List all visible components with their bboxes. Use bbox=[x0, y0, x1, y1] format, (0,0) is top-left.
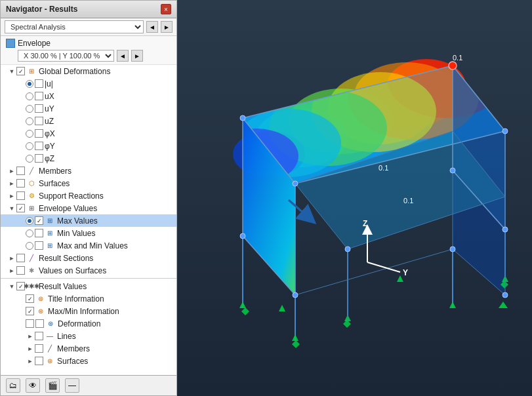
expand-result-sections[interactable]: ► bbox=[7, 254, 16, 263]
u-abs-radio[interactable] bbox=[26, 80, 33, 88]
expand-global-deformations[interactable]: ▼ bbox=[7, 67, 16, 76]
max-values-item[interactable]: ⊞ Max Values bbox=[1, 214, 176, 227]
max-min-values-label: Max and Min Values bbox=[57, 241, 176, 250]
expand-result-values[interactable]: ▼ bbox=[7, 282, 16, 291]
envelope-values-item[interactable]: ▼ ⊞ Envelope Values bbox=[1, 202, 176, 214]
phiy-checkbox[interactable] bbox=[35, 142, 43, 150]
min-values-checkbox[interactable] bbox=[35, 229, 43, 237]
lines-checkbox[interactable] bbox=[35, 332, 43, 340]
envelope-icon bbox=[6, 39, 15, 48]
expand-surfaces2[interactable]: ► bbox=[26, 357, 35, 366]
phiy-label: φY bbox=[45, 142, 176, 151]
ux-item[interactable]: uX bbox=[1, 90, 176, 102]
expand-support-reactions[interactable]: ► bbox=[7, 191, 16, 201]
members-checkbox[interactable] bbox=[16, 167, 25, 175]
maxmin-info-checkbox[interactable] bbox=[26, 307, 34, 315]
phiy-radio[interactable] bbox=[26, 142, 33, 150]
deformation-item[interactable]: ⊛ Deformation bbox=[1, 317, 176, 330]
envelope-values-label: Envelope Values bbox=[39, 204, 176, 213]
envelope-label: Envelope bbox=[18, 39, 171, 48]
max-values-radio[interactable] bbox=[26, 217, 33, 225]
panel-toolbar: Spectral Analysis ◄ ► bbox=[1, 18, 176, 36]
analysis-dropdown[interactable]: Spectral Analysis bbox=[5, 20, 144, 33]
expand-members2[interactable]: ► bbox=[26, 344, 35, 353]
u-abs-item[interactable]: |u| bbox=[1, 77, 176, 90]
min-values-radio[interactable] bbox=[26, 229, 33, 237]
envelope-pct-select[interactable]: X 30.00 % | Y 100.00 % bbox=[18, 50, 114, 62]
envelope-values-checkbox[interactable] bbox=[16, 204, 25, 212]
toolbar-camera-button[interactable]: 🎬 bbox=[45, 378, 60, 393]
expand-envelope-values[interactable]: ▼ bbox=[7, 204, 16, 213]
min-values-item[interactable]: ⊞ Min Values bbox=[1, 227, 176, 239]
uz-checkbox[interactable] bbox=[35, 117, 43, 125]
maxmin-information-item[interactable]: ⊛ Max/Min Information bbox=[1, 305, 176, 317]
max-min-values-radio[interactable] bbox=[26, 242, 33, 250]
ux-radio[interactable] bbox=[26, 92, 33, 100]
max-values-checkbox[interactable] bbox=[35, 216, 43, 225]
toolbar-eye-button[interactable]: 👁 bbox=[26, 378, 40, 393]
support-reactions-icon: ⚙ bbox=[26, 191, 37, 201]
deformation-sub-checkbox[interactable] bbox=[35, 319, 44, 328]
envelope-section: Envelope X 30.00 % | Y 100.00 % ◄ ► bbox=[1, 36, 176, 65]
close-button[interactable]: × bbox=[161, 4, 171, 14]
u-abs-checkbox[interactable] bbox=[35, 79, 43, 88]
tree-panel: Envelope X 30.00 % | Y 100.00 % ◄ ► ▼ ⊞ … bbox=[1, 36, 176, 375]
phix-checkbox[interactable] bbox=[35, 129, 43, 138]
next-envelope-button[interactable]: ► bbox=[131, 50, 143, 62]
svg-text:0.1: 0.1 bbox=[379, 164, 388, 172]
phiz-checkbox[interactable] bbox=[35, 154, 43, 163]
phiz-item[interactable]: φZ bbox=[1, 152, 176, 165]
viewport-svg: 0.1 0.1 0.1 Z Y bbox=[177, 0, 532, 396]
values-surfaces-checkbox[interactable] bbox=[16, 266, 25, 275]
phix-item[interactable]: φX bbox=[1, 127, 176, 140]
phiy-item[interactable]: φY bbox=[1, 140, 176, 152]
uz-radio[interactable] bbox=[26, 117, 33, 125]
surfaces2-checkbox[interactable] bbox=[35, 357, 43, 365]
uy-checkbox[interactable] bbox=[35, 104, 43, 113]
expand-members[interactable]: ► bbox=[7, 167, 16, 176]
support-reactions-item[interactable]: ► ⚙ Support Reactions bbox=[1, 189, 176, 202]
members2-item[interactable]: ► ╱ Members bbox=[1, 342, 176, 355]
phiz-radio[interactable] bbox=[26, 155, 33, 163]
toolbar-minus-button[interactable]: — bbox=[65, 378, 79, 393]
result-sections-label: Result Sections bbox=[39, 254, 176, 263]
lines-item[interactable]: ► — Lines bbox=[1, 330, 176, 342]
result-values-item[interactable]: ▼ ✱✱✱ Result Values bbox=[1, 280, 176, 292]
result-sections-icon: ╱ bbox=[26, 253, 37, 264]
uy-radio[interactable] bbox=[26, 105, 33, 113]
toolbar-folder-button[interactable]: 🗂 bbox=[6, 378, 20, 393]
max-values-icon: ⊞ bbox=[45, 216, 55, 226]
prev-envelope-button[interactable]: ◄ bbox=[117, 50, 129, 62]
global-deformations-item[interactable]: ▼ ⊞ Global Deformations bbox=[1, 65, 176, 77]
ux-checkbox[interactable] bbox=[35, 92, 43, 100]
expand-surfaces[interactable]: ► bbox=[7, 179, 16, 188]
result-sections-checkbox[interactable] bbox=[16, 254, 25, 262]
surfaces2-item[interactable]: ► ⊛ Surfaces bbox=[1, 355, 176, 367]
deformation-checkbox[interactable] bbox=[26, 319, 34, 328]
max-min-values-item[interactable]: ⊞ Max and Min Values bbox=[1, 239, 176, 252]
max-min-values-checkbox[interactable] bbox=[35, 241, 43, 250]
support-reactions-checkbox[interactable] bbox=[16, 191, 25, 200]
surfaces-checkbox[interactable] bbox=[16, 179, 25, 188]
title-information-item[interactable]: ⊛ Title Information bbox=[1, 292, 176, 305]
expand-lines[interactable]: ► bbox=[26, 332, 35, 341]
phix-radio[interactable] bbox=[26, 130, 33, 138]
next-analysis-button[interactable]: ► bbox=[161, 21, 173, 33]
uy-item[interactable]: uY bbox=[1, 102, 176, 115]
title-info-checkbox[interactable] bbox=[26, 294, 34, 303]
surfaces2-label: Surfaces bbox=[57, 357, 176, 366]
uz-item[interactable]: uZ bbox=[1, 115, 176, 127]
members2-checkbox[interactable] bbox=[35, 344, 43, 353]
result-sections-item[interactable]: ► ╱ Result Sections bbox=[1, 252, 176, 264]
svg-point-49 bbox=[293, 292, 298, 298]
values-surfaces-label: Values on Surfaces bbox=[39, 266, 176, 275]
prev-analysis-button[interactable]: ◄ bbox=[146, 21, 158, 33]
surfaces-item[interactable]: ► ⬡ Surfaces bbox=[1, 177, 176, 189]
expand-values-surfaces[interactable]: ► bbox=[7, 266, 16, 275]
panel-titlebar: Navigator - Results × bbox=[1, 1, 176, 18]
members-label: Members bbox=[39, 167, 176, 176]
values-on-surfaces-item[interactable]: ► ✱ Values on Surfaces bbox=[1, 264, 176, 277]
phix-label: φX bbox=[45, 129, 176, 138]
members-item[interactable]: ► ╱ Members bbox=[1, 165, 176, 177]
global-deformations-checkbox[interactable] bbox=[16, 67, 25, 75]
